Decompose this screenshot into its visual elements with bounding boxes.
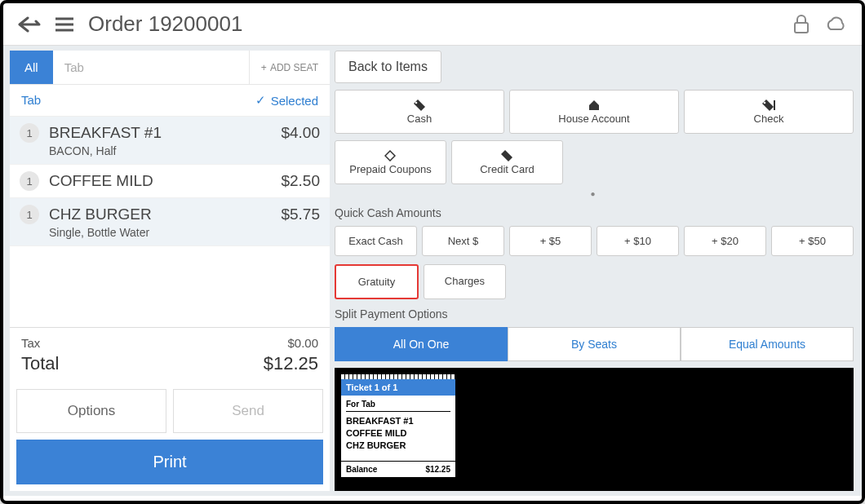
pay-credit-button[interactable]: Credit Card (451, 140, 563, 184)
svg-point-2 (764, 101, 766, 104)
quick-cash-button[interactable]: + $5 (509, 226, 592, 256)
svg-rect-3 (774, 100, 775, 110)
order-panel: All Tab + ADD SEAT Tab ✓ Selected 1 BREA… (10, 51, 330, 491)
house-icon (588, 99, 601, 111)
lock-icon[interactable] (793, 15, 810, 34)
selected-label: Selected (271, 94, 318, 108)
ticket-for: For Tab (346, 400, 450, 412)
diamond-icon (384, 150, 396, 161)
pay-check-button[interactable]: Check (684, 90, 854, 134)
tag-icon (413, 99, 426, 111)
print-button[interactable]: Print (16, 440, 323, 484)
order-item[interactable]: 1 CHZ BURGER $5.75 Single, Bottle Water (10, 198, 330, 246)
item-name: BREAKFAST #1 (49, 124, 281, 142)
tax-value: $0.00 (287, 336, 318, 350)
quick-cash-button[interactable]: Exact Cash (335, 226, 417, 256)
tax-label: Tax (21, 336, 40, 350)
tab-tab[interactable]: Tab (53, 51, 249, 84)
order-items-list: 1 BREAKFAST #1 $4.00 BACON, Half 1 COFFE… (10, 117, 330, 327)
item-modifiers: BACON, Half (49, 144, 320, 157)
options-button[interactable]: Options (16, 389, 166, 433)
order-item[interactable]: 1 COFFEE MILD $2.50 (10, 165, 330, 198)
pay-house-button[interactable]: House Account (509, 90, 679, 134)
quick-cash-label: Quick Cash Amounts (335, 206, 854, 219)
item-qty: 1 (20, 205, 39, 224)
total-value: $12.25 (264, 353, 318, 374)
ticket-preview-area: Ticket 1 of 1 For Tab BREAKFAST #1COFFEE… (335, 368, 854, 491)
charges-button[interactable]: Charges (424, 264, 506, 299)
item-qty: 1 (20, 123, 39, 143)
hamburger-menu-icon[interactable] (55, 17, 73, 32)
quick-cash-button[interactable]: + $20 (684, 226, 766, 256)
balance-value: $12.25 (425, 465, 450, 474)
balance-label: Balance (346, 465, 377, 474)
gratuity-button[interactable]: Gratuity (335, 264, 419, 299)
payment-panel: Back to Items Cash House Account (330, 46, 862, 496)
pay-cash-button[interactable]: Cash (335, 90, 504, 134)
split-equal[interactable]: Equal Amounts (681, 327, 854, 361)
item-price: $4.00 (281, 124, 320, 142)
svg-rect-0 (795, 23, 808, 33)
pay-prepaid-button[interactable]: Prepaid Coupons (335, 140, 446, 184)
tag-bar-icon (761, 99, 776, 111)
ticket-item: CHZ BURGER (346, 440, 450, 452)
tab-label: Tab (21, 93, 41, 108)
ticket-item: BREAKFAST #1 (346, 415, 450, 427)
ticket-item: COFFEE MILD (346, 427, 450, 440)
split-by-seats[interactable]: By Seats (508, 327, 681, 361)
back-to-items-button[interactable]: Back to Items (335, 51, 441, 83)
page-title: Order 19200001 (88, 11, 778, 37)
order-item[interactable]: 1 BREAKFAST #1 $4.00 BACON, Half (10, 117, 330, 165)
check-icon: ✓ (255, 93, 266, 108)
send-button[interactable]: Send (173, 389, 323, 433)
item-name: COFFEE MILD (49, 172, 281, 190)
pagination-dots: ● (335, 189, 854, 198)
item-modifiers: Single, Bottle Water (49, 226, 320, 239)
cloud-icon[interactable] (824, 16, 847, 33)
back-arrow-icon[interactable] (18, 16, 41, 33)
item-price: $2.50 (281, 172, 320, 190)
app-header: Order 19200001 (3, 3, 862, 46)
tag-solid-icon (500, 150, 513, 161)
split-label: Split Payment Options (335, 307, 854, 321)
quick-cash-button[interactable]: + $10 (597, 226, 679, 256)
split-all-on-one[interactable]: All On One (335, 327, 508, 361)
item-price: $5.75 (281, 206, 320, 223)
quick-cash-button[interactable]: + $50 (771, 226, 854, 256)
tab-header[interactable]: Tab ✓ Selected (10, 85, 330, 117)
quick-cash-button[interactable]: Next $ (422, 226, 504, 256)
plus-icon: + (261, 62, 267, 73)
add-seat-button[interactable]: + ADD SEAT (249, 51, 330, 84)
ticket-preview[interactable]: Ticket 1 of 1 For Tab BREAKFAST #1COFFEE… (341, 374, 455, 477)
tab-all[interactable]: All (10, 51, 53, 84)
ticket-header: Ticket 1 of 1 (341, 379, 455, 396)
svg-point-1 (415, 101, 418, 104)
item-name: CHZ BURGER (49, 206, 281, 223)
item-qty: 1 (20, 171, 39, 191)
total-label: Total (21, 353, 59, 374)
